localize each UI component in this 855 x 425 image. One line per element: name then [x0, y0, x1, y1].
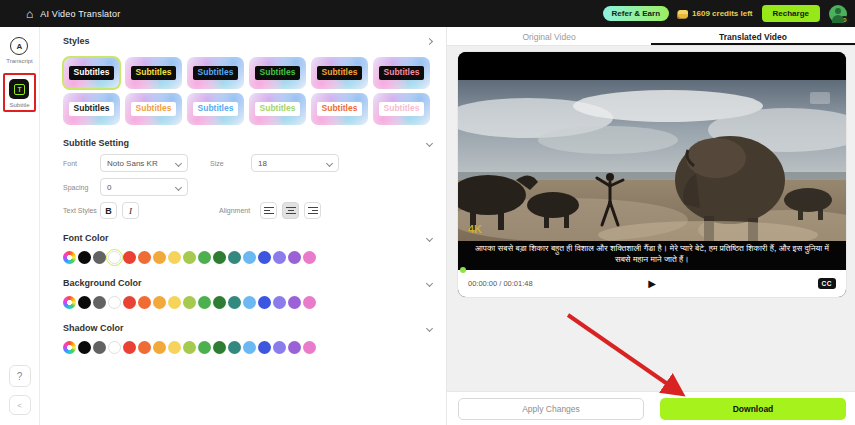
color-swatch[interactable]: [183, 251, 196, 264]
color-swatch[interactable]: [258, 296, 271, 309]
color-swatch[interactable]: [243, 251, 256, 264]
style-thumbnail[interactable]: Subtitles: [187, 93, 244, 125]
sidebar-item-transcript[interactable]: A Transcript: [6, 37, 32, 64]
font-color-header[interactable]: Font Color: [63, 233, 432, 243]
color-swatch[interactable]: [303, 251, 316, 264]
background-color-header[interactable]: Background Color: [63, 278, 432, 288]
align-right-icon: [308, 206, 318, 215]
color-swatch[interactable]: [213, 341, 226, 354]
color-swatch[interactable]: [198, 296, 211, 309]
recharge-button[interactable]: Recharge: [762, 5, 820, 22]
seek-position-dot[interactable]: [460, 267, 466, 273]
color-swatch[interactable]: [153, 341, 166, 354]
color-swatch[interactable]: [213, 296, 226, 309]
refer-earn-button[interactable]: Refer & Earn: [603, 6, 669, 21]
color-swatch[interactable]: [273, 251, 286, 264]
style-thumbnail[interactable]: Subtitles: [249, 57, 306, 89]
color-swatch[interactable]: [78, 296, 91, 309]
bold-button[interactable]: B: [100, 202, 117, 219]
subtitle-setting-header[interactable]: Subtitle Setting: [63, 138, 432, 148]
color-swatch[interactable]: [138, 251, 151, 264]
apply-changes-button[interactable]: Apply Changes: [458, 398, 644, 420]
align-left-button[interactable]: [260, 202, 277, 219]
style-thumbnail[interactable]: Subtitles: [187, 57, 244, 89]
color-swatch[interactable]: [228, 296, 241, 309]
align-center-button[interactable]: [282, 202, 299, 219]
color-swatch[interactable]: [288, 251, 301, 264]
color-swatch[interactable]: [273, 296, 286, 309]
custom-color-picker-swatch[interactable]: [63, 296, 76, 309]
color-swatch[interactable]: [123, 296, 136, 309]
cc-button[interactable]: CC: [818, 278, 836, 289]
styles-section-header[interactable]: Styles: [63, 36, 432, 46]
sidebar: A Transcript T Subtitle ? <: [0, 27, 40, 425]
help-button[interactable]: ?: [9, 365, 31, 387]
style-thumbnail-label: Subtitles: [131, 102, 177, 115]
custom-color-picker-swatch[interactable]: [63, 341, 76, 354]
color-swatch[interactable]: [213, 251, 226, 264]
style-thumbnail[interactable]: Subtitles: [249, 93, 306, 125]
align-right-button[interactable]: [304, 202, 321, 219]
color-swatch[interactable]: [198, 341, 211, 354]
color-swatch[interactable]: [93, 296, 106, 309]
color-swatch[interactable]: [303, 341, 316, 354]
user-avatar[interactable]: ⚙: [829, 5, 847, 23]
home-icon[interactable]: ⌂: [26, 8, 33, 20]
4k-watermark: 4K: [468, 223, 482, 235]
style-thumbnail[interactable]: Subtitles: [311, 93, 368, 125]
color-swatch[interactable]: [108, 251, 121, 264]
play-button[interactable]: ▶: [648, 279, 656, 289]
font-select[interactable]: Noto Sans KR: [100, 154, 188, 172]
color-swatch[interactable]: [93, 341, 106, 354]
coins-icon: [678, 10, 688, 18]
color-swatch[interactable]: [138, 296, 151, 309]
color-swatch[interactable]: [168, 296, 181, 309]
color-swatch[interactable]: [153, 296, 166, 309]
style-thumbnail[interactable]: Subtitles: [125, 93, 182, 125]
color-swatch[interactable]: [228, 251, 241, 264]
color-swatch[interactable]: [243, 341, 256, 354]
color-swatch[interactable]: [183, 341, 196, 354]
collapse-sidebar-button[interactable]: <: [9, 395, 31, 415]
spacing-select[interactable]: 0: [100, 178, 188, 196]
style-thumbnail[interactable]: Subtitles: [373, 93, 430, 125]
color-swatch[interactable]: [168, 341, 181, 354]
color-swatch[interactable]: [138, 341, 151, 354]
color-swatch[interactable]: [108, 296, 121, 309]
size-select[interactable]: 18: [251, 154, 339, 172]
color-swatch[interactable]: [288, 341, 301, 354]
italic-button[interactable]: I: [122, 202, 139, 219]
color-swatch[interactable]: [243, 296, 256, 309]
download-button[interactable]: Download: [660, 398, 846, 420]
custom-color-picker-swatch[interactable]: [63, 251, 76, 264]
color-swatch[interactable]: [183, 296, 196, 309]
style-thumbnail[interactable]: Subtitles: [311, 57, 368, 89]
color-swatch[interactable]: [123, 251, 136, 264]
color-swatch[interactable]: [108, 341, 121, 354]
tab-original-video[interactable]: Original Video: [447, 27, 651, 45]
color-swatch[interactable]: [123, 341, 136, 354]
color-swatch[interactable]: [273, 341, 286, 354]
style-thumbnail[interactable]: Subtitles: [63, 57, 120, 89]
style-thumbnail[interactable]: Subtitles: [125, 57, 182, 89]
tab-translated-video[interactable]: Translated Video: [651, 27, 855, 45]
video-player[interactable]: 4K आपका सबसे बड़ा शिकार बहुत ही विशाल और…: [458, 52, 846, 297]
color-swatch[interactable]: [168, 251, 181, 264]
sidebar-item-subtitle[interactable]: T Subtitle: [9, 79, 29, 108]
color-swatch[interactable]: [258, 251, 271, 264]
style-thumbnail[interactable]: Subtitles: [373, 57, 430, 89]
color-swatch[interactable]: [258, 341, 271, 354]
color-swatch[interactable]: [153, 251, 166, 264]
style-thumbnail[interactable]: Subtitles: [63, 93, 120, 125]
chevron-down-icon: [326, 159, 333, 166]
color-swatch[interactable]: [288, 296, 301, 309]
color-swatch[interactable]: [78, 341, 91, 354]
color-swatch[interactable]: [303, 296, 316, 309]
shadow-color-header[interactable]: Shadow Color: [63, 323, 432, 333]
annotation-highlight-box: T Subtitle: [3, 73, 35, 112]
color-swatch[interactable]: [93, 251, 106, 264]
spacing-select-value: 0: [107, 183, 111, 192]
color-swatch[interactable]: [78, 251, 91, 264]
color-swatch[interactable]: [198, 251, 211, 264]
color-swatch[interactable]: [228, 341, 241, 354]
